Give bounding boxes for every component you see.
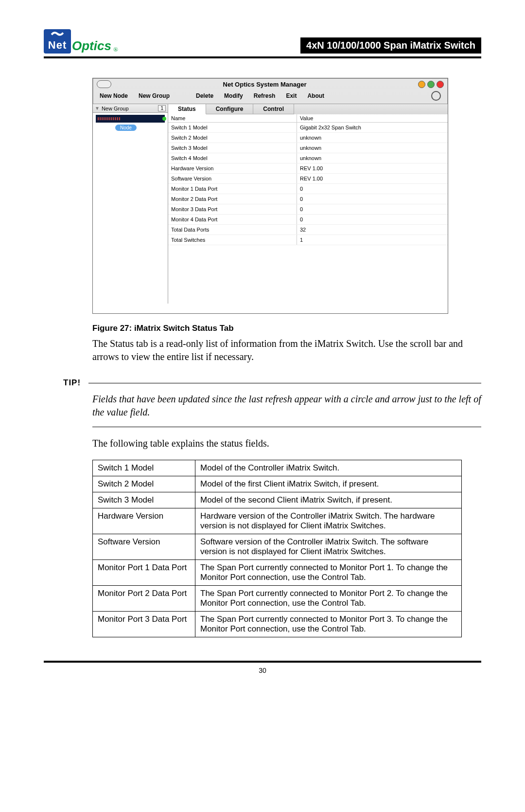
tip-text: Fields that have been updated since the … (92, 393, 481, 419)
status-name: Monitor 2 Data Port (168, 194, 297, 204)
tree-node[interactable]: Node (115, 125, 137, 131)
field-desc: The Span Port currently connected to Mon… (195, 612, 462, 637)
field-desc: Model of the second Client iMatrix Switc… (195, 492, 462, 508)
status-name: Switch 3 Model (168, 143, 297, 153)
menu-refresh[interactable]: Refresh (254, 92, 276, 99)
status-value: unknown (297, 133, 448, 143)
tilde-icon: 〜 (51, 31, 64, 38)
table-row: Total Switches1 (168, 235, 448, 245)
status-name: Switch 2 Model (168, 133, 297, 143)
table-row: Hardware VersionREV 1.00 (168, 163, 448, 174)
tree-pane: ▼ New Group 1 Node (93, 104, 168, 304)
menu-bar: New Node New Group Delete Modify Refresh… (93, 88, 448, 104)
table-row: Software VersionSoftware version of the … (93, 534, 462, 560)
table-row: Switch 4 Modelunknown (168, 153, 448, 163)
logo-net-text: Net (48, 39, 67, 52)
status-name: Hardware Version (168, 163, 297, 174)
status-name: Total Data Ports (168, 225, 297, 235)
status-name: Monitor 3 Data Port (168, 204, 297, 215)
status-value: REV 1.00 (297, 174, 448, 184)
menu-about[interactable]: About (307, 92, 324, 99)
field-name: Monitor Port 2 Data Port (93, 586, 195, 612)
window-controls (418, 81, 444, 88)
status-value: 0 (297, 184, 448, 194)
registered-mark: ® (113, 46, 118, 54)
table-row: Software VersionREV 1.00 (168, 174, 448, 184)
field-desc: The Span Port currently connected to Mon… (195, 586, 462, 612)
table-row: Monitor 4 Data Port0 (168, 215, 448, 225)
tree-count: 1 (158, 105, 166, 111)
device-icon[interactable] (96, 115, 165, 123)
tree-group-header[interactable]: ▼ New Group 1 (93, 104, 168, 113)
field-name: Monitor Port 3 Data Port (93, 612, 195, 637)
status-value: 1 (297, 235, 448, 245)
table-row: Hardware VersionHardware version of the … (93, 508, 462, 534)
status-value: unknown (297, 153, 448, 163)
tip-rule (88, 383, 481, 383)
table-row: Monitor 2 Data Port0 (168, 194, 448, 204)
status-value: 0 (297, 204, 448, 215)
paragraph-1: The Status tab is a read-only list of in… (92, 337, 481, 363)
tip-header: TIP! (63, 378, 481, 388)
table-row: Total Data Ports32 (168, 225, 448, 235)
menu-exit[interactable]: Exit (286, 92, 297, 99)
tab-row: Status Configure Control (168, 104, 448, 114)
table-row: Monitor Port 2 Data PortThe Span Port cu… (93, 586, 462, 612)
status-name: Switch 1 Model (168, 123, 297, 133)
page-number: 30 (44, 667, 481, 674)
status-value: Gigabit 2x32 Span Switch (297, 123, 448, 133)
status-value: 0 (297, 194, 448, 204)
field-desc: Model of the Controller iMatrix Switch. (195, 460, 462, 476)
collapse-triangle-icon[interactable]: ▼ (95, 106, 100, 111)
doc-title-bar: 4xN 10/100/1000 Span iMatrix Switch (300, 37, 481, 54)
table-row: Monitor Port 3 Data PortThe Span Port cu… (93, 612, 462, 637)
table-row: Switch 1 ModelGigabit 2x32 Span Switch (168, 123, 448, 133)
minimize-icon[interactable] (418, 81, 425, 88)
fields-table: Switch 1 ModelModel of the Controller iM… (92, 460, 462, 637)
tab-configure[interactable]: Configure (206, 104, 254, 114)
status-name: Monitor 4 Data Port (168, 215, 297, 225)
status-value: 0 (297, 215, 448, 225)
tab-status[interactable]: Status (168, 104, 206, 114)
tab-control[interactable]: Control (253, 104, 294, 114)
page-header: 〜 Net Optics® 4xN 10/100/1000 Span iMatr… (44, 29, 481, 54)
status-value: 32 (297, 225, 448, 235)
menu-modify[interactable]: Modify (224, 92, 243, 99)
field-name: Switch 2 Model (93, 476, 195, 492)
status-name: Monitor 1 Data Port (168, 184, 297, 194)
figure-caption: Figure 27: iMatrix Switch Status Tab (92, 324, 481, 333)
status-dot-icon (162, 117, 166, 121)
col-header-value: Value (297, 114, 448, 123)
maximize-icon[interactable] (427, 81, 435, 88)
app-window: Net Optics System Manager New Node New G… (92, 78, 448, 314)
gear-icon[interactable] (431, 91, 441, 101)
tree-group-label: New Group (102, 106, 129, 111)
field-desc: Model of the first Client iMatrix Switch… (195, 476, 462, 492)
status-value: REV 1.00 (297, 163, 448, 174)
field-name: Hardware Version (93, 508, 195, 534)
menu-new-node[interactable]: New Node (100, 92, 128, 99)
field-desc: Hardware version of the Controller iMatr… (195, 508, 462, 534)
footer-rule (44, 661, 481, 663)
field-name: Monitor Port 1 Data Port (93, 560, 195, 586)
window-handle-icon[interactable] (97, 80, 111, 88)
table-row: Switch 3 ModelModel of the second Client… (93, 492, 462, 508)
table-row: Switch 2 ModelModel of the first Client … (93, 476, 462, 492)
status-table: Name Value Switch 1 ModelGigabit 2x32 Sp… (168, 114, 448, 245)
field-desc: Software version of the Controller iMatr… (195, 534, 462, 560)
table-row: Monitor 1 Data Port0 (168, 184, 448, 194)
menu-new-group[interactable]: New Group (139, 92, 170, 99)
status-name: Total Switches (168, 235, 297, 245)
menu-delete[interactable]: Delete (196, 92, 213, 99)
page-footer: 30 (44, 661, 481, 674)
status-value: unknown (297, 143, 448, 153)
field-name: Software Version (93, 534, 195, 560)
table-row: Monitor 3 Data Port0 (168, 204, 448, 215)
status-name: Software Version (168, 174, 297, 184)
field-name: Switch 3 Model (93, 492, 195, 508)
header-rule (44, 56, 481, 58)
tip-end-rule (92, 427, 481, 427)
tip-label: TIP! (63, 378, 81, 388)
close-icon[interactable] (437, 81, 444, 88)
table-row: Switch 3 Modelunknown (168, 143, 448, 153)
